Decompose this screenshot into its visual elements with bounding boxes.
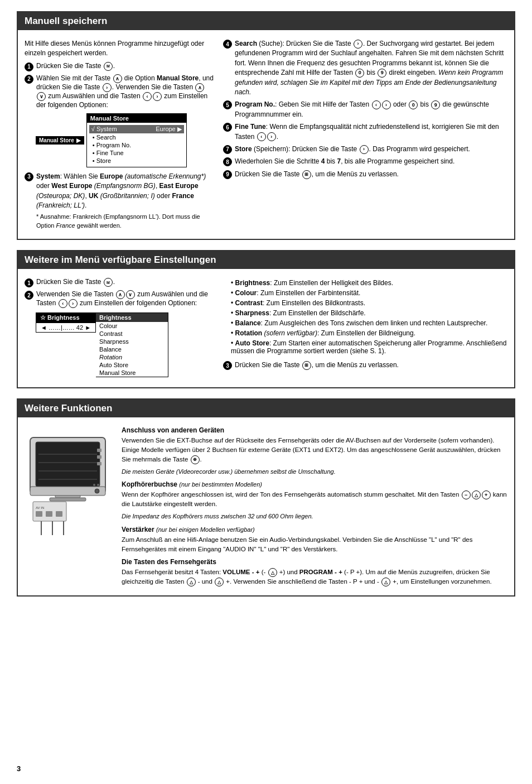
s2-step3-text: Drücken Sie die Taste ⊞, um die Menüs zu… [235,360,399,370]
bright-item-colour: Colour [96,322,168,330]
vol4-icon: △ [215,578,224,586]
tv-illustration: AV IN [25,426,111,538]
up-icon: ∧ [113,74,122,83]
vol-icon: △ [472,490,481,499]
section1-step4: 4 Search (Suche): Drücken Sie die Taste … [223,39,507,97]
step3-text: System: Wählen Sie Europe (automatische … [36,172,214,211]
s2-up-icon: ∧ [116,290,125,299]
step5-num: 5 [223,100,232,109]
s2-menu2-icon: ⊞ [302,361,311,370]
bright-item-balance: Balance [96,345,168,353]
left-icon: ‹ [143,92,152,101]
bright-item-manualstore: Manual Store [96,369,168,377]
step1-text: Drücken Sie die Taste M. [36,62,115,71]
section-weitere-einstellungen: Weitere im Menü verfügbare Einstellungen… [17,250,515,388]
page-number: 3 [17,764,21,773]
step3-content: System: Wählen Sie Europe (automatische … [36,172,214,230]
right5-icon: › [360,145,369,154]
step9-text: Drücken Sie die Taste ⊞, um die Menüs zu… [235,170,399,179]
section1-step9: 9 Drücken Sie die Taste ⊞, um die Menüs … [223,170,507,179]
vol3-icon: △ [187,578,196,586]
section1-intro: Mit Hilfe dieses Menüs können Programme … [25,39,214,59]
bright-menu-box: Brightness Colour Contrast Sharpness Bal… [96,312,168,377]
svg-rect-18 [46,511,52,517]
section1-step5: 5 Program No.: Geben Sie mit Hilfe der T… [223,100,507,119]
step3-num: 3 [25,172,33,181]
bright-tab: ☆ Brightness [36,312,96,323]
menu-row-system: √ SystemEurope ▶ [89,125,184,133]
step4-text: Search (Suche): Drücken Sie die Taste ›.… [235,39,507,97]
bright-slider-area: ◄ ……|…… 42 ► [36,323,96,333]
section1-left-col: Mit Hilfe dieses Menüs können Programme … [25,39,214,233]
menu-item-store: Store [93,157,181,165]
right2-icon: › [153,92,162,101]
kopfhoerer-italic: Die Impedanz des Kopfhörers muss zwische… [122,512,507,521]
vol-minus-icon: − [462,490,471,499]
right4-icon: › [267,132,276,141]
section2-right-col: Brightness: Zum Einstellen der Helligkei… [223,278,507,382]
left4-icon: ‹ [257,132,266,141]
section3-text-area: Anschluss von anderen Geräten Verwenden … [122,426,507,590]
s2-step1-text: Drücken Sie die Taste M. [36,278,115,287]
bullet-colour: Colour: Zum Einstellen der Farbintensitä… [231,288,507,298]
down-icon: ∨ [37,92,46,101]
svg-point-14 [95,489,99,493]
vol-plus-icon: + [482,490,491,499]
bullet-sharpness: Sharpness: Zum Einstellen der Bildschärf… [231,308,507,318]
s2-right-icon: › [69,299,78,308]
bullet-contrast: Contrast: Zum Einstellen des Bildkontras… [231,298,507,308]
section1-step3: 3 System: Wählen Sie Europe (automatisch… [25,172,214,230]
tasten-title: Die Tasten des Fernsehgeräts [122,558,507,566]
step1-num: 1 [25,62,33,71]
section1-step7: 7 Store (Speichern): Drücken Sie die Tas… [223,145,507,154]
section2-step2: 2 Verwenden Sie die Tasten ∧∨ zum Auswäh… [25,290,214,308]
section2-left-col: 1 Drücken Sie die Taste M. 2 Verwenden S… [25,278,214,382]
section1-step2: 2 Wählen Sie mit der Taste ∧ die Option … [25,74,214,109]
s2-left-icon: ‹ [59,299,67,308]
menu2-icon: ⊞ [302,170,311,179]
section2-bullet-list: Brightness: Zum Einstellen der Helligkei… [231,278,507,356]
step4-num: 4 [223,40,232,49]
menu-tab-manual-store: Manual Store ▶ [36,136,84,145]
section1-step6: 6 Fine Tune: Wenn die Empfangsqualität n… [223,122,507,142]
menu-icon: M [104,62,113,71]
section1-menu-diagram: Manual Store ▶ Manual Store √ SystemEuro… [36,113,214,167]
kopfhoerer-text: Wenn der Kopfhörer angeschlossen ist, wi… [122,490,507,509]
anschluss-title: Anschluss von anderen Geräten [122,426,507,434]
svg-rect-7 [50,498,86,501]
menu-item-search: Search [93,133,181,141]
brightness-menu-diagram: ☆ Brightness ◄ ……|…… 42 ► Brightness Col… [36,312,214,377]
step5-text: Program No.: Geben Sie mit Hilfe der Tas… [235,100,507,119]
num0-icon: 0 [355,69,364,78]
left3-icon: ‹ [372,100,381,109]
section-manuell-speichern: Manuell speichern Mit Hilfe dieses Menüs… [17,11,515,240]
search-right-icon: › [354,40,362,49]
section1-step8: 8 Wiederholen Sie die Schritte 4 bis 7, … [223,157,507,166]
menu-header: Manual Store [87,114,186,123]
tasten-text: Das Fernsehgerät besitzt 4 Tasten: VOLUM… [122,567,507,586]
vol2-icon: △ [268,568,277,577]
section2-step3: 3 Drücken Sie die Taste ⊞, um die Menüs … [223,360,507,370]
num9-icon: 9 [378,69,386,78]
svg-rect-9 [97,455,101,459]
bright-item-sharpness: Sharpness [96,338,168,345]
bullet-balance: Balance: Zum Ausgleichen des Tons zwisch… [231,318,507,328]
svg-rect-19 [56,511,62,517]
anschluss-italic: Die meisten Geräte (Videorecorder usw.) … [122,468,507,477]
step4-content: Search (Suche): Drücken Sie die Taste ›.… [235,39,507,97]
svg-rect-17 [36,511,42,517]
step2-num: 2 [25,75,33,84]
svg-text:AV IN: AV IN [36,506,44,509]
up2-icon: ∧ [195,83,204,92]
svg-rect-13 [30,487,105,496]
step7-text: Store (Speichern): Drücken Sie die Taste… [235,145,470,154]
step3-note: * Ausnahme: Frankreich (Empfangsnorm LL'… [36,213,214,230]
num0b-icon: 0 [409,100,418,109]
s2-menu-icon: M [104,278,113,287]
step2-text: Wählen Sie mit der Taste ∧ die Option Ma… [36,74,214,109]
s2-step2-num: 2 [25,291,33,300]
bright-item-contrast: Contrast [96,330,168,338]
bullet-brightness: Brightness: Zum Einstellen der Helligkei… [231,278,507,288]
section1-title: Manuell speichern [18,12,514,30]
s2-down-icon: ∨ [126,290,135,299]
